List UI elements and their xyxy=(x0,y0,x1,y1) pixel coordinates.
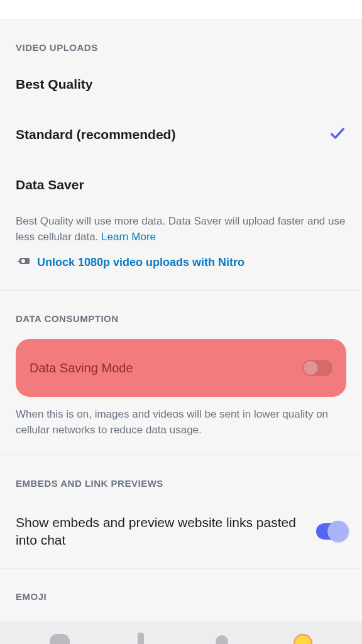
toggle-data-saving-mode[interactable] xyxy=(302,360,332,376)
nitro-icon xyxy=(16,253,31,271)
nav-item-2[interactable] xyxy=(130,631,151,644)
option-standard-label: Standard (recommended) xyxy=(16,127,175,142)
data-saving-mode-description: When this is on, images and videos will … xyxy=(16,403,346,454)
toggle-knob xyxy=(304,361,317,375)
top-bar xyxy=(0,0,362,19)
option-data-saver[interactable]: Data Saver xyxy=(16,160,346,210)
section-data-consumption: DATA CONSUMPTION Data Saving Mode When t… xyxy=(0,291,362,454)
nav-dot-icon xyxy=(216,635,228,644)
option-best-quality[interactable]: Best Quality xyxy=(16,59,346,109)
nitro-promo-row[interactable]: Unlock 1080p video uploads with Nitro xyxy=(16,245,346,290)
option-best-quality-label: Best Quality xyxy=(16,77,93,92)
check-icon xyxy=(329,125,346,145)
section-video-uploads: VIDEO UPLOADS Best Quality Standard (rec… xyxy=(0,19,362,290)
option-standard[interactable]: Standard (recommended) xyxy=(16,109,346,160)
nav-item-3[interactable] xyxy=(211,631,233,644)
nav-stick-icon xyxy=(138,633,144,644)
section-embeds: EMBEDS AND LINK PREVIEWS Show embeds and… xyxy=(0,455,362,569)
option-data-saver-label: Data Saver xyxy=(16,177,84,192)
show-embeds-label: Show embeds and preview website links pa… xyxy=(16,514,297,550)
header-video-uploads: VIDEO UPLOADS xyxy=(16,19,346,59)
nav-item-1[interactable] xyxy=(49,631,70,644)
row-data-saving-mode[interactable]: Data Saving Mode xyxy=(16,339,346,397)
video-uploads-description-text: Best Quality will use more data. Data Sa… xyxy=(16,215,345,243)
data-saving-mode-label: Data Saving Mode xyxy=(30,361,133,375)
row-show-embeds[interactable]: Show embeds and preview website links pa… xyxy=(16,495,346,569)
learn-more-link[interactable]: Learn More xyxy=(101,231,156,243)
toggle-knob xyxy=(327,521,349,542)
nitro-promo-link[interactable]: Unlock 1080p video uploads with Nitro xyxy=(37,256,244,269)
toggle-show-embeds[interactable] xyxy=(316,523,346,540)
section-emoji: EMOJI xyxy=(0,569,362,604)
header-embeds: EMBEDS AND LINK PREVIEWS xyxy=(16,455,346,495)
video-uploads-description: Best Quality will use more data. Data Sa… xyxy=(16,210,346,245)
nav-blob-icon xyxy=(50,634,70,644)
bottom-nav xyxy=(0,621,362,644)
nav-item-4[interactable] xyxy=(292,631,314,644)
header-emoji: EMOJI xyxy=(16,569,346,604)
header-data-consumption: DATA CONSUMPTION xyxy=(16,291,346,330)
nav-smiley-icon xyxy=(293,634,312,644)
